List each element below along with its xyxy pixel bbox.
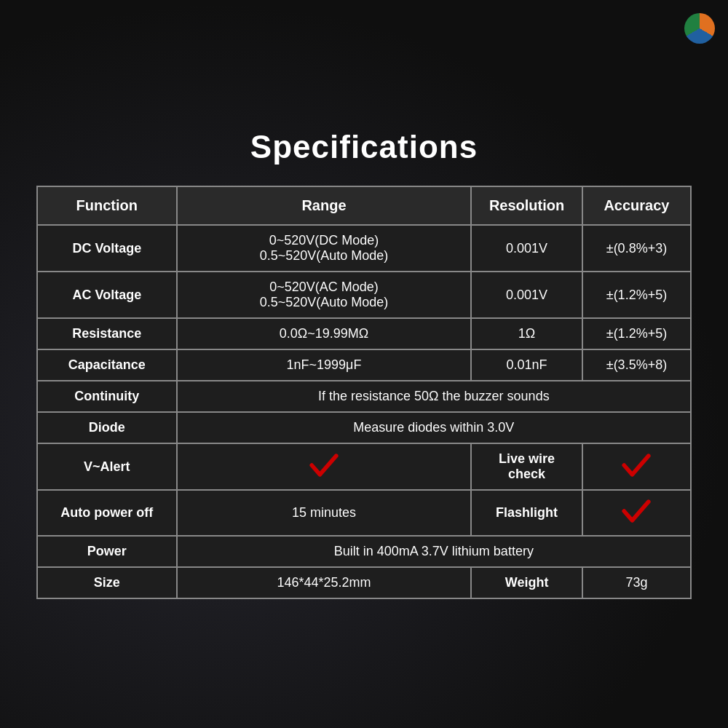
auto-power-row: Auto power off 15 minutes Flashlight bbox=[37, 490, 691, 536]
range-cell: 0~520V(AC Mode)0.5~520V(Auto Mode) bbox=[177, 272, 472, 318]
function-cell: DC Voltage bbox=[37, 225, 177, 272]
weight-value: 73g bbox=[582, 567, 691, 598]
check-icon bbox=[309, 452, 339, 478]
table-row: DC Voltage 0~520V(DC Mode)0.5~520V(Auto … bbox=[37, 225, 691, 272]
valert-check bbox=[177, 443, 472, 490]
resolution-cell: 0.001V bbox=[471, 225, 582, 272]
check-icon bbox=[622, 498, 651, 524]
table-row: AC Voltage 0~520V(AC Mode)0.5~520V(Auto … bbox=[37, 272, 691, 318]
continuity-row: Continuity If the resistance 50Ω the buz… bbox=[37, 381, 691, 412]
power-label: Power bbox=[37, 536, 177, 567]
header-accuracy: Accuracy bbox=[582, 186, 691, 225]
accuracy-cell: ±(3.5%+8) bbox=[582, 349, 691, 381]
main-container: Specifications Function Range Resolution… bbox=[29, 114, 699, 614]
function-cell: Resistance bbox=[37, 318, 177, 349]
live-wire-label: Live wire check bbox=[471, 443, 582, 490]
flashlight-check bbox=[582, 490, 691, 536]
diode-row: Diode Measure diodes within 3.0V bbox=[37, 412, 691, 443]
accuracy-cell: ±(1.2%+5) bbox=[582, 318, 691, 349]
page-title: Specifications bbox=[36, 129, 692, 165]
continuity-text: If the resistance 50Ω the buzzer sounds bbox=[177, 381, 691, 412]
specs-table: Function Range Resolution Accuracy DC Vo… bbox=[36, 186, 692, 599]
resolution-cell: 0.01nF bbox=[471, 349, 582, 381]
table-header-row: Function Range Resolution Accuracy bbox=[37, 186, 691, 225]
auto-power-label: Auto power off bbox=[37, 490, 177, 536]
header-range: Range bbox=[177, 186, 472, 225]
header-resolution: Resolution bbox=[471, 186, 582, 225]
diode-label: Diode bbox=[37, 412, 177, 443]
table-row: Resistance 0.0Ω~19.99MΩ 1Ω ±(1.2%+5) bbox=[37, 318, 691, 349]
live-wire-check bbox=[582, 443, 691, 490]
accuracy-cell: ±(1.2%+5) bbox=[582, 272, 691, 318]
range-cell: 0~520V(DC Mode)0.5~520V(Auto Mode) bbox=[177, 225, 472, 272]
resolution-cell: 1Ω bbox=[471, 318, 582, 349]
continuity-label: Continuity bbox=[37, 381, 177, 412]
header-function: Function bbox=[37, 186, 177, 225]
weight-label: Weight bbox=[471, 567, 582, 598]
check-icon bbox=[622, 452, 651, 478]
flashlight-label: Flashlight bbox=[471, 490, 582, 536]
function-cell: Capacitance bbox=[37, 349, 177, 381]
diode-text: Measure diodes within 3.0V bbox=[177, 412, 691, 443]
function-cell: AC Voltage bbox=[37, 272, 177, 318]
valert-row: V~Alert Live wire check bbox=[37, 443, 691, 490]
size-row: Size 146*44*25.2mm Weight 73g bbox=[37, 567, 691, 598]
power-row: Power Built in 400mA 3.7V lithium batter… bbox=[37, 536, 691, 567]
resolution-cell: 0.001V bbox=[471, 272, 582, 318]
range-cell: 1nF~1999μF bbox=[177, 349, 472, 381]
range-cell: 0.0Ω~19.99MΩ bbox=[177, 318, 472, 349]
auto-power-value: 15 minutes bbox=[177, 490, 472, 536]
size-value: 146*44*25.2mm bbox=[177, 567, 472, 598]
accuracy-cell: ±(0.8%+3) bbox=[582, 225, 691, 272]
power-text: Built in 400mA 3.7V lithium battery bbox=[177, 536, 691, 567]
brand-logo bbox=[684, 13, 715, 44]
table-row: Capacitance 1nF~1999μF 0.01nF ±(3.5%+8) bbox=[37, 349, 691, 381]
size-label: Size bbox=[37, 567, 177, 598]
valert-label: V~Alert bbox=[37, 443, 177, 490]
